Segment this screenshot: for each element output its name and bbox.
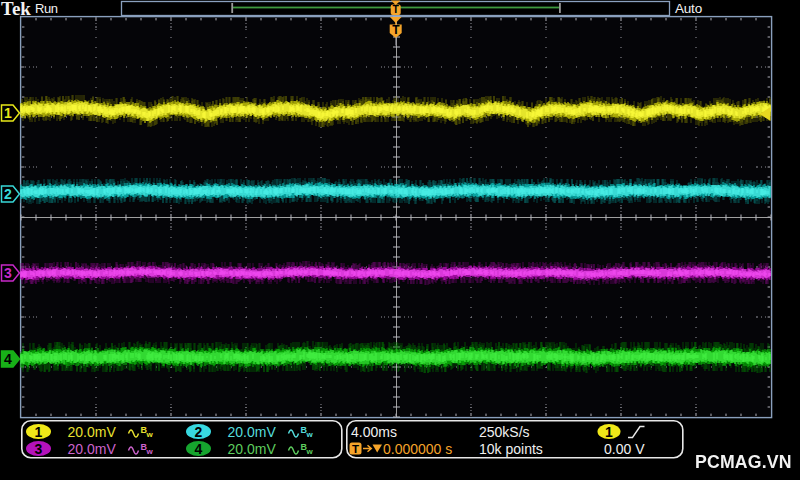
svg-text:1: 1 [35, 424, 43, 440]
svg-text:10k points: 10k points [479, 441, 543, 457]
svg-text:20.0mV: 20.0mV [228, 441, 277, 457]
svg-text:3: 3 [35, 441, 43, 457]
svg-text:w: w [146, 447, 154, 456]
svg-text:1: 1 [605, 424, 613, 440]
svg-text:2: 2 [195, 424, 203, 440]
svg-text:T: T [352, 443, 359, 455]
svg-text:0.000000 s: 0.000000 s [383, 441, 452, 457]
svg-text:4: 4 [4, 351, 12, 367]
svg-text:2: 2 [4, 186, 12, 202]
svg-text:20.0mV: 20.0mV [68, 441, 117, 457]
svg-text:20.0mV: 20.0mV [228, 424, 277, 440]
svg-text:3: 3 [4, 265, 12, 281]
svg-text:1: 1 [4, 105, 12, 121]
svg-text:T: T [393, 3, 400, 15]
svg-text:4.00ms: 4.00ms [351, 424, 397, 440]
svg-text:w: w [306, 430, 314, 439]
svg-text:w: w [306, 447, 314, 456]
svg-text:250kS/s: 250kS/s [479, 424, 530, 440]
svg-text:T: T [392, 23, 400, 37]
svg-text:0.00 V: 0.00 V [604, 441, 645, 457]
svg-text:4: 4 [195, 441, 203, 457]
svg-text:w: w [146, 430, 154, 439]
svg-text:20.0mV: 20.0mV [68, 424, 117, 440]
